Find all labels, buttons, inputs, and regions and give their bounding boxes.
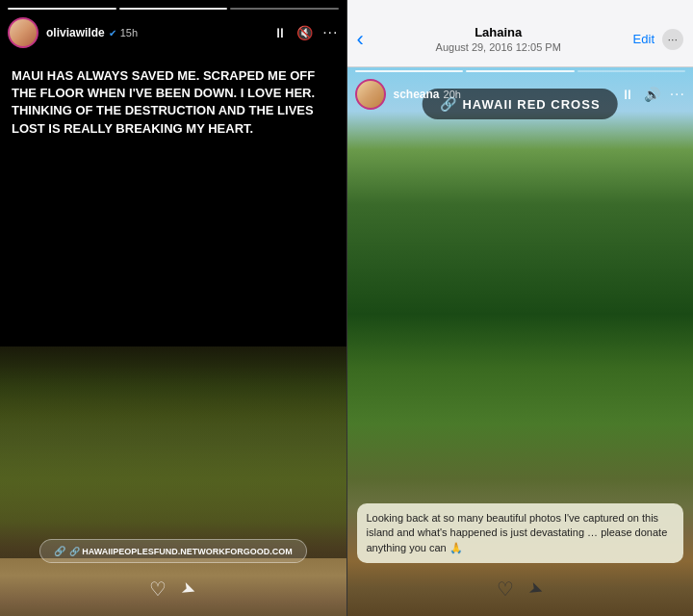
left-pause-icon[interactable]: ⏸ [273, 25, 287, 40]
left-story-bottom: ♡ ➤ [0, 578, 346, 601]
right-story-bottom: ♡ ➤ [347, 578, 694, 601]
left-story-header: oliviawilde ✔ 15h ⏸ 🔇 ··· [8, 17, 339, 48]
back-button[interactable]: ‹ [357, 27, 364, 52]
left-mute-icon[interactable]: 🔇 [296, 25, 313, 40]
grass-overlay [0, 366, 346, 558]
right-avatar[interactable] [355, 79, 386, 110]
right-mute-icon[interactable]: 🔊 [644, 87, 660, 102]
left-verified-icon: ✔ [109, 28, 116, 38]
left-username[interactable]: oliviawilde [46, 26, 105, 39]
left-story-text: MAUI HAS ALWAYS SAVED ME. SCRAPED ME OFF… [12, 67, 335, 138]
edit-button[interactable]: Edit [633, 32, 654, 46]
right-header-title: Lahaina [364, 25, 633, 39]
right-more-dots-icon[interactable]: ··· [670, 86, 685, 103]
left-link-label: 🔗 HAWAIIPEOPLESFUND.NETWORKFORGOOD.COM [69, 547, 293, 556]
right-heart-icon[interactable]: ♡ [497, 578, 514, 601]
progress-bar-2 [119, 8, 228, 10]
right-header-subtitle: August 29, 2016 12:05 PM [364, 41, 633, 53]
right-progress-bar-1 [355, 70, 464, 72]
left-send-icon[interactable]: ➤ [179, 577, 200, 602]
right-progress-bar-2 [466, 70, 575, 72]
left-link-button[interactable]: 🔗 🔗 HAWAIIPEOPLESFUND.NETWORKFORGOOD.COM [39, 539, 307, 563]
right-story-panel: ‹ Lahaina August 29, 2016 12:05 PM Edit … [347, 0, 694, 616]
right-nav: ‹ Lahaina August 29, 2016 12:05 PM Edit … [347, 17, 694, 61]
left-progress-bars [8, 8, 339, 10]
right-more-icon: ··· [668, 34, 679, 45]
right-pause-icon[interactable]: ⏸ [621, 87, 634, 102]
right-more-button[interactable]: ··· [662, 29, 683, 50]
right-caption-text: Looking back at so many beautiful photos… [367, 512, 668, 553]
left-heart-icon[interactable]: ♡ [149, 578, 167, 601]
left-avatar[interactable] [8, 17, 38, 48]
left-header-controls: ⏸ 🔇 ··· [273, 24, 338, 41]
right-story-header: scheana 20h ⏸ 🔊 ··· [355, 79, 686, 110]
left-story-panel: oliviawilde ✔ 15h ⏸ 🔇 ··· MAUI HAS ALWAY… [0, 0, 347, 616]
right-progress-bars [355, 70, 686, 72]
right-header-controls: ⏸ 🔊 ··· [621, 86, 685, 103]
left-user-info: oliviawilde ✔ 15h [46, 26, 273, 39]
right-username[interactable]: scheana [394, 88, 440, 101]
right-send-icon[interactable]: ➤ [526, 577, 547, 602]
left-time-ago: 15h [120, 27, 138, 38]
right-iphone-header: ‹ Lahaina August 29, 2016 12:05 PM Edit … [347, 0, 694, 67]
progress-bar-3 [230, 8, 339, 10]
right-user-info: scheana 20h [394, 88, 621, 101]
left-link-icon: 🔗 [54, 546, 65, 556]
right-caption-box: Looking back at so many beautiful photos… [357, 503, 684, 563]
left-more-icon[interactable]: ··· [322, 24, 338, 41]
right-time-ago: 20h [444, 89, 461, 100]
progress-bar-1 [8, 8, 116, 10]
right-progress-bar-3 [578, 70, 686, 72]
